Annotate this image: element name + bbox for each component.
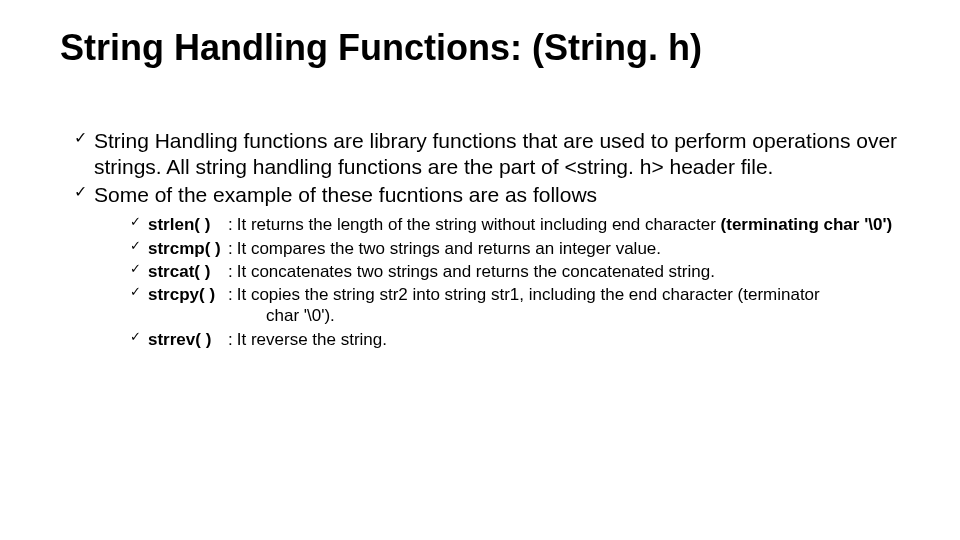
function-description: It copies the string str2 into string st… xyxy=(237,284,900,305)
function-description: It returns the length of the string with… xyxy=(237,214,900,235)
function-description: It compares the two strings and returns … xyxy=(237,238,900,259)
function-item-strcat: strcat( ) : It concatenates two strings … xyxy=(130,261,900,282)
function-desc-text: It returns the length of the string with… xyxy=(237,215,721,234)
colon-separator: : xyxy=(226,238,237,259)
function-name: strlen( ) xyxy=(148,214,226,235)
function-row: strlen( ) : It returns the length of the… xyxy=(148,214,900,235)
function-name: strcat( ) xyxy=(148,261,226,282)
function-name: strrev( ) xyxy=(148,329,226,350)
function-row: strcpy( ) : It copies the string str2 in… xyxy=(148,284,900,305)
function-desc-bold: (terminating char '\0') xyxy=(721,215,893,234)
function-row: strcmp( ) : It compares the two strings … xyxy=(148,238,900,259)
slide-title: String Handling Functions: (String. h) xyxy=(60,28,900,68)
main-bullet-text: Some of the example of these fucntions a… xyxy=(94,183,597,206)
colon-separator: : xyxy=(226,261,237,282)
function-description-continuation: char '\0'). xyxy=(148,305,900,326)
function-item-strcmp: strcmp( ) : It compares the two strings … xyxy=(130,238,900,259)
function-description: It concatenates two strings and returns … xyxy=(237,261,900,282)
function-item-strcpy: strcpy( ) : It copies the string str2 in… xyxy=(130,284,900,327)
function-item-strlen: strlen( ) : It returns the length of the… xyxy=(130,214,900,235)
function-description: It reverse the string. xyxy=(237,329,900,350)
main-bullet-text: String Handling functions are library fu… xyxy=(94,129,897,178)
colon-separator: : xyxy=(226,284,237,305)
slide: String Handling Functions: (String. h) S… xyxy=(0,0,960,540)
main-bullet-item: Some of the example of these fucntions a… xyxy=(74,182,900,350)
main-bullet-item: String Handling functions are library fu… xyxy=(74,128,900,181)
function-item-strrev: strrev( ) : It reverse the string. xyxy=(130,329,900,350)
main-bullet-list: String Handling functions are library fu… xyxy=(60,128,900,350)
function-list: strlen( ) : It returns the length of the… xyxy=(94,214,900,350)
function-name: strcpy( ) xyxy=(148,284,226,305)
function-row: strcat( ) : It concatenates two strings … xyxy=(148,261,900,282)
colon-separator: : xyxy=(226,329,237,350)
colon-separator: : xyxy=(226,214,237,235)
function-name: strcmp( ) xyxy=(148,238,226,259)
function-row: strrev( ) : It reverse the string. xyxy=(148,329,900,350)
